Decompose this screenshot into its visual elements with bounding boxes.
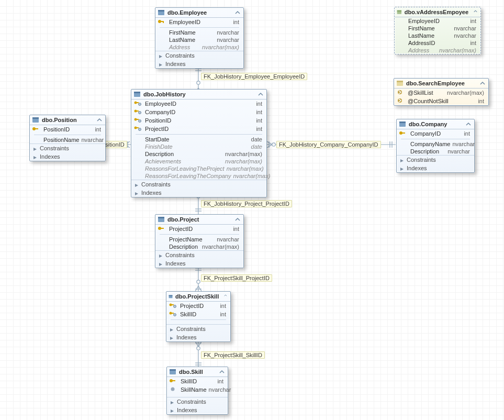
chevron-up-icon[interactable] <box>235 217 240 222</box>
pk-fk-icon <box>133 108 143 116</box>
fk-label-projectskill-skill: FK_ProjectSkill_SkillID <box>201 351 265 359</box>
pk-icon <box>169 378 178 385</box>
column-row: Descriptionnvarchar(max) <box>131 150 266 158</box>
svg-marker-86 <box>170 337 173 340</box>
table-employee[interactable]: dbo.Employee EmployeeIDint FirstNamenvar… <box>155 7 244 69</box>
table-title: dbo.Position <box>42 117 77 123</box>
table-icon <box>169 369 176 375</box>
column-row: FirstNamenvarchar <box>155 29 243 36</box>
table-header[interactable]: dbo.Employee <box>155 8 243 18</box>
svg-marker-41 <box>159 55 162 58</box>
triangle-right-icon <box>400 166 404 170</box>
svg-point-84 <box>174 314 176 316</box>
chevron-up-icon[interactable] <box>466 121 471 127</box>
triangle-right-icon <box>159 53 163 58</box>
proc-searchemployee[interactable]: dbo.SearchEmployee @SkillListnvarchar(ma… <box>394 78 489 106</box>
triangle-right-icon <box>170 327 174 331</box>
table-header[interactable]: dbo.JobHistory <box>131 90 266 100</box>
svg-point-56 <box>139 128 141 131</box>
column-row: PositionNamenvarchar <box>30 136 105 143</box>
pk-icon <box>399 130 408 137</box>
chevron-up-icon[interactable] <box>258 92 263 97</box>
indexes-group[interactable]: Indexes <box>167 406 228 414</box>
table-jobhistory[interactable]: dbo.JobHistory EmployeeIDint CompanyIDin… <box>131 89 267 197</box>
indexes-group[interactable]: Indexes <box>155 60 243 68</box>
constraints-group[interactable]: Constraints <box>167 397 228 406</box>
table-position[interactable]: dbo.Position PositionIDint PositionNamen… <box>29 115 106 161</box>
table-title: dbo.vAddressEmpoyee <box>405 9 468 15</box>
svg-rect-37 <box>158 10 164 12</box>
column-row: ReasonsForLeavingTheCompanynvarchar(max) <box>131 172 266 180</box>
chevron-up-icon[interactable] <box>97 117 102 123</box>
table-icon <box>169 293 173 300</box>
table-header[interactable]: dbo.Project <box>155 215 243 225</box>
constraints-group[interactable]: Constraints <box>131 180 266 189</box>
column-row: Addressnvarchar(max) <box>155 43 243 51</box>
chevron-up-icon[interactable] <box>219 369 225 374</box>
indexes-group[interactable]: Indexes <box>166 333 230 341</box>
svg-rect-80 <box>171 304 174 305</box>
table-header[interactable]: dbo.Company <box>397 119 474 129</box>
svg-marker-76 <box>159 263 162 266</box>
param-in-icon <box>396 89 406 96</box>
table-header[interactable]: dbo.vAddressEmpoyee <box>395 7 480 17</box>
column-row: ProjectIDint <box>166 302 230 310</box>
fk-label-jobhistory-project: FK_JobHistory_Project_ProjectID <box>201 200 292 207</box>
table-header[interactable]: dbo.SearchEmployee <box>394 79 488 89</box>
view-vaddressemployee[interactable]: dbo.vAddressEmpoyee EmployeeIDint FirstN… <box>394 7 481 54</box>
svg-rect-40 <box>163 21 164 23</box>
constraints-group[interactable]: Constraints <box>30 143 105 152</box>
column-row: LastNamenvarchar <box>155 36 243 43</box>
table-title: dbo.SearchEmployee <box>406 80 465 86</box>
indexes-group[interactable]: Indexes <box>155 259 243 268</box>
constraints-group[interactable]: Constraints <box>155 51 243 60</box>
column-row: Descriptionnvarchar <box>397 148 474 155</box>
column-row: EmployeeIDint <box>131 100 266 108</box>
indexes-group[interactable]: Indexes <box>397 164 474 172</box>
table-icon <box>158 9 165 16</box>
svg-point-47 <box>139 103 141 106</box>
svg-line-16 <box>267 141 272 145</box>
pk-fk-icon <box>169 311 178 318</box>
column-row: SkillIDint <box>166 310 230 318</box>
table-title: dbo.Employee <box>167 9 207 16</box>
table-header[interactable]: dbo.Position <box>30 115 105 125</box>
table-company[interactable]: dbo.Company CompanyIDint CompanyNamenvar… <box>396 119 475 173</box>
table-projectskill[interactable]: dbo.ProjectSkill ProjectIDint SkillIDint… <box>166 291 231 342</box>
chevron-up-icon[interactable] <box>224 294 227 299</box>
table-header[interactable]: dbo.ProjectSkill <box>166 292 230 302</box>
table-project[interactable]: dbo.Project ProjectIDint ProjectNamenvar… <box>155 214 244 268</box>
constraints-group[interactable]: Constraints <box>397 155 474 164</box>
svg-rect-95 <box>397 10 401 11</box>
indexes-group[interactable]: Indexes <box>131 189 266 197</box>
chevron-up-icon[interactable] <box>235 10 240 15</box>
pk-fk-icon <box>169 302 178 310</box>
table-header[interactable]: dbo.Skill <box>167 367 228 377</box>
param-row: @CountNotSkillint <box>394 97 488 105</box>
column-row: EmployeeIDint <box>155 18 243 26</box>
constraints-group[interactable]: Constraints <box>155 250 243 259</box>
column-row: AddressIDint <box>395 39 480 47</box>
column-row: SkillIDint <box>167 377 228 385</box>
param-in-icon <box>396 97 406 105</box>
triangle-right-icon <box>33 146 37 150</box>
svg-line-29 <box>198 286 201 291</box>
table-skill[interactable]: dbo.Skill SkillIDint SkillNamenvarchar C… <box>166 367 228 415</box>
column-row: PositionIDint <box>131 116 266 125</box>
chevron-up-icon[interactable] <box>474 9 477 15</box>
constraints-group[interactable]: Constraints <box>166 324 230 333</box>
chevron-up-icon[interactable] <box>480 81 485 86</box>
svg-rect-55 <box>136 127 139 128</box>
fk-label-projectskill-project: FK_ProjectSkill_ProjectID <box>201 274 272 282</box>
erd-canvas[interactable]: FK_JobHistory_Employee_EmployeeID FK_Job… <box>0 0 504 420</box>
column-row: Achievementsnvarchar(max) <box>131 158 266 165</box>
svg-rect-88 <box>170 369 176 371</box>
triangle-right-icon <box>170 335 174 339</box>
indexes-group[interactable]: Indexes <box>30 152 105 161</box>
svg-rect-78 <box>169 295 173 296</box>
column-row: Descriptionnvarchar(max) <box>155 243 243 250</box>
column-row: CompanyIDint <box>131 108 266 116</box>
svg-marker-42 <box>159 63 162 67</box>
svg-rect-44 <box>134 92 140 93</box>
svg-marker-85 <box>170 328 173 331</box>
